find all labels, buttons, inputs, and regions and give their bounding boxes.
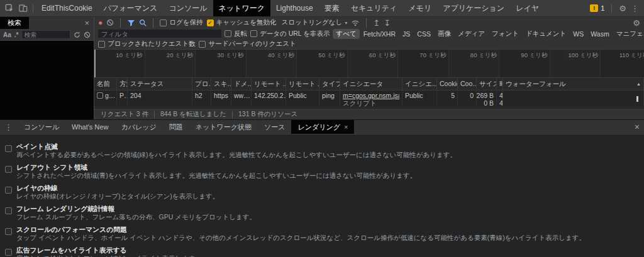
close-icon[interactable]: ×: [84, 19, 89, 27]
column-header[interactable]: 時間: [497, 78, 503, 90]
drawer-tab[interactable]: レンダリング ×: [291, 120, 354, 134]
request-row[interactable]: g… P… 204 h2 https ww… 142.250.2… Public…: [94, 90, 644, 107]
network-overview-ruler[interactable]: 10 ミリ秒20 ミリ秒30 ミリ秒40 ミリ秒50 ミリ秒60 ミリ秒70 ミ…: [94, 50, 644, 78]
drawer-tab[interactable]: What's New ×: [65, 120, 114, 134]
issues-badge[interactable]: ! 1: [590, 4, 604, 12]
waterfall-bar: [636, 96, 638, 102]
drawer-tab[interactable]: コンソール ×: [18, 120, 65, 134]
column-header[interactable]: イニシエータ: [340, 78, 402, 90]
column-header[interactable]: スキ...: [211, 78, 231, 90]
network-settings-gear-icon[interactable]: ⚙: [633, 19, 640, 27]
initiator-link[interactable]: m=cgos,gpr,nsm,jsa,g…: [343, 92, 399, 99]
checkbox-checked: ✓: [207, 19, 214, 26]
column-header[interactable]: タイプ: [319, 78, 340, 90]
column-header[interactable]: ドメ...: [231, 78, 252, 90]
filter-icon[interactable]: [127, 19, 135, 26]
drawer-tab[interactable]: 問題 ×: [163, 120, 189, 134]
main-tab[interactable]: Lighthouse: [270, 0, 319, 16]
close-icon[interactable]: ×: [344, 123, 348, 131]
column-header[interactable]: イニシエ...: [402, 78, 437, 90]
initiator-address-space-cell: Public: [402, 90, 437, 107]
rendering-option-checkbox[interactable]: [5, 187, 12, 194]
inspect-element-icon[interactable]: [3, 0, 16, 16]
hide-data-urls-checkbox[interactable]: データの URL を非表示: [250, 30, 330, 38]
throttling-select[interactable]: スロットリングなし ▾: [281, 18, 347, 27]
filter-chip[interactable]: CSS: [414, 30, 434, 38]
search-input[interactable]: [21, 30, 70, 39]
main-tab[interactable]: レイヤ: [510, 0, 545, 16]
filter-chip[interactable]: 画像: [435, 29, 454, 39]
cookies-cell: 5: [437, 90, 458, 107]
rendering-option-checkbox[interactable]: [5, 228, 12, 235]
request-checkbox[interactable]: [97, 92, 103, 99]
main-tab[interactable]: アプリケーション: [437, 0, 510, 16]
record-button[interactable]: ●: [98, 19, 103, 26]
regex-icon[interactable]: .*: [14, 31, 19, 38]
device-toolbar-icon[interactable]: [16, 0, 30, 16]
timeline-handle[interactable]: [94, 50, 96, 77]
import-har-icon[interactable]: ↥: [373, 19, 380, 27]
drawer-tab[interactable]: ソース ×: [258, 120, 292, 134]
timeline-tick-label: 100 ミリ秒: [550, 50, 601, 77]
filter-chip[interactable]: ドキュメント: [523, 29, 569, 39]
rendering-option-checkbox[interactable]: [5, 207, 12, 214]
main-tab[interactable]: セキュリティ: [345, 0, 403, 16]
main-tab[interactable]: メモリ: [402, 0, 437, 16]
column-header[interactable]: Cookie: [437, 78, 458, 90]
clear-network-log-icon[interactable]: [106, 19, 114, 26]
rendering-option-checkbox[interactable]: [5, 249, 12, 256]
invert-checkbox[interactable]: 反転: [225, 30, 247, 38]
warning-icon: !: [590, 4, 598, 12]
filter-input[interactable]: [98, 30, 221, 38]
column-header[interactable]: ウォーターフォール: [503, 78, 644, 90]
disable-cache-checkbox[interactable]: ✓ キャッシュを無効化: [207, 18, 277, 27]
clear-icon[interactable]: [84, 31, 91, 38]
rendering-option-checkbox[interactable]: [5, 166, 12, 173]
column-header[interactable]: 名前: [94, 78, 117, 90]
method-cell: P…: [117, 90, 128, 107]
column-header[interactable]: ステータス: [128, 78, 192, 90]
main-tab[interactable]: ネットワーク: [213, 0, 270, 16]
filter-chip[interactable]: フォント: [489, 29, 522, 39]
main-tab[interactable]: コンソール: [163, 0, 213, 16]
filter-chip[interactable]: WS: [570, 30, 587, 38]
column-header[interactable]: プロ...: [192, 78, 211, 90]
search-icon[interactable]: [139, 19, 147, 26]
refresh-icon[interactable]: [74, 31, 80, 38]
filter-chip[interactable]: Fetch/XHR: [360, 30, 399, 38]
status-cell: 204: [128, 90, 192, 107]
filter-chip[interactable]: マニフェスト: [613, 29, 644, 39]
column-header[interactable]: Coo...: [458, 78, 477, 90]
preserve-log-checkbox[interactable]: ログを保持: [160, 18, 203, 27]
name-cell[interactable]: g…: [94, 90, 117, 107]
kebab-menu-icon[interactable]: ⋮: [631, 4, 639, 13]
column-header[interactable]: リモート ...: [252, 78, 286, 90]
blocked-requests-checkbox[interactable]: ブロックされたリクエスト数: [98, 40, 195, 48]
settings-gear-icon[interactable]: ⚙: [619, 4, 626, 13]
filter-chip[interactable]: JS: [399, 30, 413, 38]
filter-chip[interactable]: すべて: [333, 29, 359, 39]
invert-label: 反転: [234, 30, 247, 38]
drawer-tab[interactable]: ネットワーク状態 ×: [189, 120, 258, 134]
filter-chip[interactable]: Wasm: [587, 30, 612, 38]
column-header[interactable]: 方法: [117, 78, 128, 90]
network-conditions-icon[interactable]: [351, 19, 360, 26]
rendering-option: フレーム レンダリング統計情報 フレーム スループット、フレーム落ちの分布、GP…: [5, 204, 638, 221]
column-header[interactable]: リモート ...: [286, 78, 319, 90]
third-party-checkbox[interactable]: サードパーティのリクエスト: [199, 40, 296, 48]
rendering-option-checkbox[interactable]: [5, 145, 12, 152]
initiator-kind: スクリプト: [343, 99, 399, 107]
network-panel: ●: [94, 17, 644, 119]
filter-chip[interactable]: メディア: [455, 29, 488, 39]
main-tab[interactable]: パフォーマンス: [98, 0, 164, 16]
column-header[interactable]: サイズ: [477, 78, 497, 90]
sort-arrow-icon: ▲: [636, 82, 641, 86]
match-case-icon[interactable]: Aa: [3, 31, 11, 38]
main-tab[interactable]: EditThisCookie: [36, 0, 98, 16]
drawer-overflow-icon[interactable]: ⋮: [4, 123, 13, 131]
close-drawer-icon[interactable]: ×: [635, 123, 640, 131]
main-tab[interactable]: 要素: [319, 0, 345, 16]
export-har-icon[interactable]: ↧: [384, 19, 391, 27]
drawer-tab[interactable]: カバレッジ ×: [114, 120, 162, 134]
timeline-columns: 10 ミリ秒20 ミリ秒30 ミリ秒40 ミリ秒50 ミリ秒60 ミリ秒70 ミ…: [94, 50, 644, 77]
